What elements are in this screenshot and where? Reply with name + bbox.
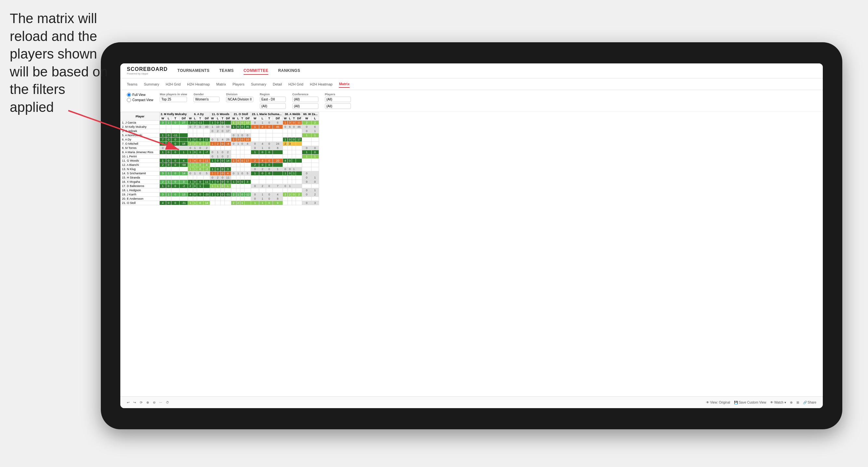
filter-conference-all-select[interactable]: (All) (292, 103, 318, 109)
matrix-cell (236, 150, 240, 154)
subnav-teams[interactable]: Teams (127, 81, 137, 88)
matrix-cell (292, 133, 296, 137)
matrix-cell (302, 184, 311, 188)
matrix-cell: 0 (240, 159, 245, 163)
matrix-cell (160, 154, 166, 159)
matrix-table: Player 2. M Kelly Mulcahy 6. A Dy 11. G … (120, 112, 319, 205)
matrix-cell: 13 (180, 192, 188, 197)
btn-add[interactable]: ⊕ (790, 401, 793, 404)
matrix-cell (244, 176, 251, 180)
matrix-cell (236, 188, 240, 192)
subnav-h2h-grid[interactable]: H2H Grid (165, 81, 181, 88)
matrix-cell: 0 (166, 163, 171, 167)
matrix-cell (231, 129, 237, 133)
subh-l3: L (215, 117, 220, 121)
matrix-cell (302, 142, 311, 146)
subnav-h2h-grid2[interactable]: H2H Grid (288, 81, 303, 88)
matrix-cell: 1 (231, 121, 237, 125)
subnav-summary2[interactable]: Summary (251, 81, 266, 88)
radio-compact-view-input[interactable] (127, 98, 131, 102)
btn-zoom-out[interactable]: ⊖ (153, 401, 155, 404)
btn-refresh[interactable]: ⟳ (140, 401, 143, 404)
subnav-h2h-heatmap[interactable]: H2H Heatmap (187, 81, 210, 88)
matrix-cell: 11 (204, 137, 210, 142)
matrix-cell (231, 150, 237, 154)
matrix-cell: 1 (259, 121, 266, 125)
matrix-cell: 20 (273, 159, 283, 163)
nav-teams[interactable]: TEAMS (219, 67, 234, 75)
btn-view-original[interactable]: 👁 View: Original (706, 401, 730, 404)
filter-region: Region East - DII (All) (260, 93, 286, 109)
radio-full-view[interactable]: Full View (127, 93, 153, 97)
filter-gender-select[interactable]: Women's (193, 97, 219, 102)
matrix-cell (215, 133, 220, 137)
matrix-cell: 0 (193, 180, 197, 184)
matrix-cell (215, 197, 220, 201)
filter-conference-select[interactable]: (All) (292, 97, 318, 102)
filter-region-select[interactable]: East - DII (260, 97, 286, 102)
tablet-screen: SCOREBOARD Powered by clippd TOURNAMENTS… (120, 63, 823, 408)
btn-save-custom-view[interactable]: 💾 Save Custom View (734, 401, 766, 404)
matrix-cell: 0 (236, 180, 240, 184)
btn-undo[interactable]: ↩ (127, 401, 129, 404)
subnav-matrix2[interactable]: Matrix (339, 81, 349, 88)
matrix-cell (180, 133, 188, 137)
matrix-cell (160, 167, 166, 172)
matrix-cell (231, 163, 237, 167)
btn-watch[interactable]: 👁 Watch ▾ (770, 401, 786, 404)
radio-compact-view[interactable]: Compact View (127, 98, 153, 102)
matrix-cell: 0 (231, 172, 237, 176)
nav-tournaments[interactable]: TOURNAMENTS (178, 67, 210, 75)
filter-players-all-select[interactable]: (All) (325, 103, 351, 109)
radio-full-view-input[interactable] (127, 93, 131, 97)
matrix-cell: 1 (231, 180, 237, 184)
matrix-cell: 3 (160, 142, 166, 146)
subnav-players[interactable]: Players (232, 81, 245, 88)
matrix-cell (220, 201, 225, 205)
filter-max-players-select[interactable]: Top 25 (160, 97, 187, 102)
btn-zoom-in[interactable]: ⊕ (146, 401, 149, 404)
btn-grid[interactable]: ⊞ (797, 401, 799, 404)
matrix-cell (273, 172, 283, 176)
matrix-cell (166, 188, 171, 192)
matrix-cell: 27 (180, 121, 188, 125)
subnav-matrix[interactable]: Matrix (216, 81, 226, 88)
btn-timer[interactable]: ⏱ (166, 401, 169, 404)
filter-players-select[interactable]: (All) (325, 97, 351, 102)
matrix-cell (244, 129, 251, 133)
filter-division-select[interactable]: NCAA Division II (226, 97, 253, 102)
subnav-detail[interactable]: Detail (273, 81, 282, 88)
subh-l5: L (259, 117, 266, 121)
matrix-cell: 0 (171, 137, 180, 142)
matrix-cell (244, 184, 251, 188)
nav-rankings[interactable]: RANKINGS (278, 67, 300, 75)
nav-committee[interactable]: COMMITTEE (244, 67, 269, 75)
matrix-cell: 1 (240, 201, 245, 205)
matrix-cell (259, 137, 266, 142)
btn-share[interactable]: 🔗 Share (803, 401, 816, 404)
matrix-cell: 0 (240, 125, 245, 129)
matrix-cell: 1 (302, 150, 311, 154)
matrix-cell (160, 188, 166, 192)
subnav-summary[interactable]: Summary (144, 81, 159, 88)
matrix-cell: 2 (311, 121, 319, 125)
matrix-cell: 4 (259, 142, 266, 146)
matrix-cell (171, 197, 180, 201)
matrix-cell: 1 (166, 172, 171, 176)
btn-redo[interactable]: ↪ (133, 401, 136, 404)
matrix-cell (215, 163, 220, 167)
matrix-container[interactable]: Player 2. M Kelly Mulcahy 6. A Dy 11. G … (120, 112, 823, 399)
player-name-cell: 14. S Srichantamit (121, 172, 160, 176)
matrix-cell: 0 (166, 201, 171, 205)
matrix-cell (236, 197, 240, 201)
filter-region-all-select[interactable]: (All) (260, 103, 286, 109)
player-name-cell: 5. A Nomrowski (121, 133, 160, 137)
subnav-h2h-heatmap2[interactable]: H2H Heatmap (310, 81, 333, 88)
matrix-cell: 2 (259, 167, 266, 172)
btn-dots[interactable]: ··· (159, 401, 162, 404)
bottombar: ↩ ↪ ⟳ ⊕ ⊖ ··· ⏱ 👁 View: Original 💾 Save … (120, 397, 823, 408)
matrix-cell: 46 (296, 125, 302, 129)
matrix-cell (220, 188, 225, 192)
matrix-cell: 0 (197, 192, 204, 197)
matrix-cell: 0 (283, 184, 288, 188)
